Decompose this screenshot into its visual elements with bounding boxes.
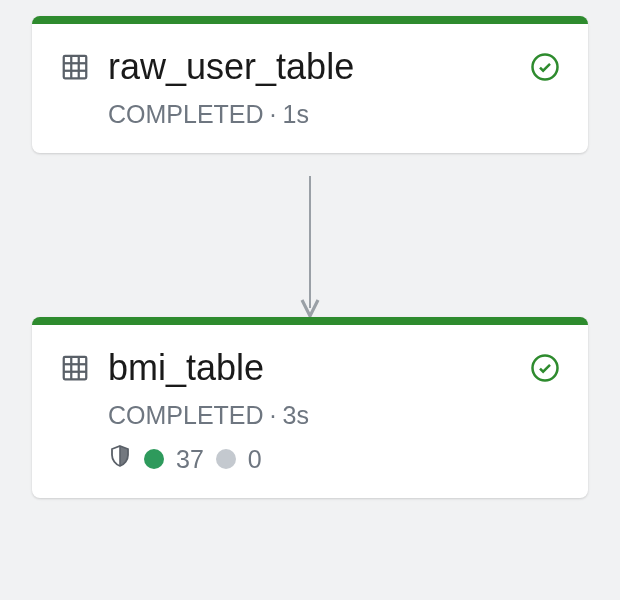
svg-rect-7	[64, 357, 87, 380]
svg-point-12	[533, 356, 558, 381]
node-status-label: COMPLETED	[108, 401, 264, 430]
node-title: raw_user_table	[108, 46, 512, 88]
svg-rect-0	[64, 56, 87, 79]
pipeline-node-bmi-table[interactable]: bmi_table COMPLETED · 3s 37	[32, 317, 588, 498]
table-icon	[60, 353, 90, 383]
node-title: bmi_table	[108, 347, 512, 389]
table-icon	[60, 52, 90, 82]
shield-icon	[108, 444, 132, 474]
metric-fail-count: 0	[248, 445, 262, 474]
node-duration: 3s	[283, 401, 309, 430]
separator: ·	[270, 100, 277, 129]
pipeline-node-raw-user-table[interactable]: raw_user_table COMPLETED · 1s	[32, 16, 588, 153]
metric-pass-dot-icon	[144, 449, 164, 469]
node-header: bmi_table	[60, 347, 560, 389]
node-duration: 1s	[283, 100, 309, 129]
edge-arrow	[309, 176, 311, 318]
node-status-line: COMPLETED · 3s	[108, 401, 560, 430]
pipeline-graph: raw_user_table COMPLETED · 1s	[0, 0, 620, 600]
node-header: raw_user_table	[60, 46, 560, 88]
metric-none-dot-icon	[216, 449, 236, 469]
separator: ·	[270, 401, 277, 430]
node-metrics: 37 0	[108, 444, 560, 474]
svg-point-5	[533, 55, 558, 80]
metric-pass-count: 37	[176, 445, 204, 474]
success-check-icon	[530, 52, 560, 82]
node-status-label: COMPLETED	[108, 100, 264, 129]
node-status-line: COMPLETED · 1s	[108, 100, 560, 129]
success-check-icon	[530, 353, 560, 383]
